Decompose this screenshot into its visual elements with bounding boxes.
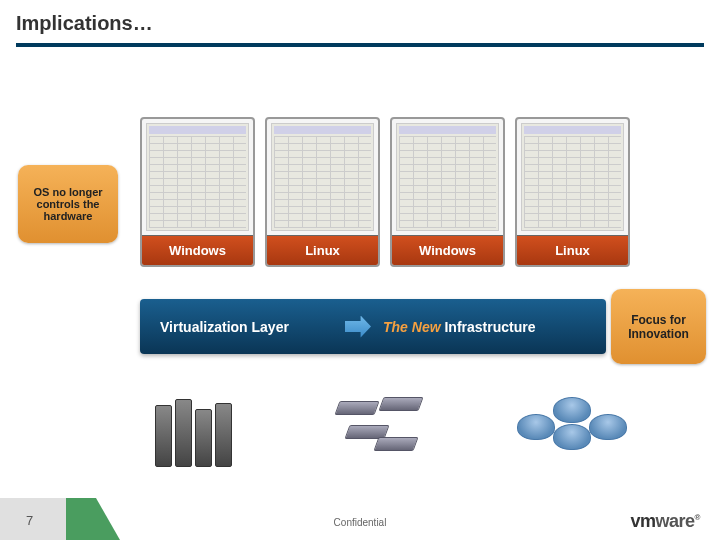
network-switches-icon <box>331 395 431 460</box>
vm-screenshot <box>271 123 374 231</box>
vm-os-label: Linux <box>517 235 628 265</box>
vm-box: Windows <box>140 117 255 267</box>
vm-os-label: Windows <box>142 235 253 265</box>
footer-accent <box>0 498 120 540</box>
vm-screenshot <box>396 123 499 231</box>
page-number: 7 <box>26 513 33 528</box>
arrow-right-icon <box>345 316 371 338</box>
virt-layer-label: Virtualization Layer <box>160 319 345 335</box>
page-title: Implications… <box>0 0 720 43</box>
slide-footer: 7 Confidential vmware® <box>0 498 720 540</box>
new-infrastructure-label: The New Infrastructure <box>383 319 536 335</box>
servers-icon <box>155 387 245 467</box>
vm-box: Linux <box>515 117 630 267</box>
vm-screenshot <box>146 123 249 231</box>
slide-content: OS no longer controls the hardware Windo… <box>0 47 720 477</box>
vm-row: Windows Linux Windows Linux <box>140 117 630 267</box>
confidential-label: Confidential <box>334 517 387 528</box>
hardware-row <box>155 387 632 467</box>
callout-focus-innovation: Focus for Innovation <box>611 289 706 364</box>
vm-os-label: Windows <box>392 235 503 265</box>
vmware-logo: vmware® <box>631 511 700 532</box>
callout-os-hardware: OS no longer controls the hardware <box>18 165 118 243</box>
virtualization-layer-bar: Virtualization Layer The New Infrastruct… <box>140 299 606 354</box>
vm-screenshot <box>521 123 624 231</box>
vm-box: Windows <box>390 117 505 267</box>
vm-os-label: Linux <box>267 235 378 265</box>
storage-disks-icon <box>517 392 632 462</box>
vm-box: Linux <box>265 117 380 267</box>
